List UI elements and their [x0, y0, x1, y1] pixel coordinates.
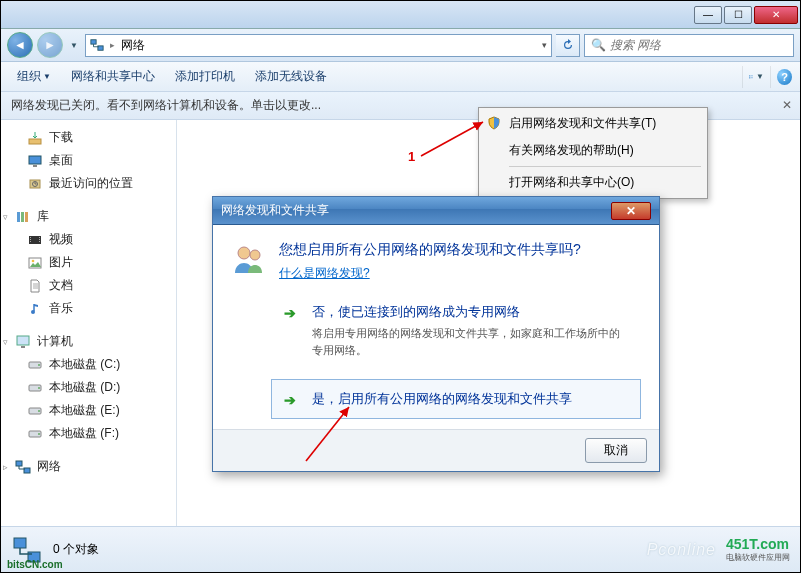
- maximize-button[interactable]: ☐: [724, 6, 752, 24]
- downloads-icon: [27, 130, 43, 146]
- sidebar-item-desktop[interactable]: 桌面: [1, 149, 176, 172]
- ctx-enable-discovery[interactable]: 启用网络发现和文件共享(T): [481, 110, 705, 137]
- sidebar-item-music[interactable]: 音乐: [1, 297, 176, 320]
- view-options-button[interactable]: ▼: [742, 66, 764, 88]
- option-yes-public[interactable]: ➔ 是，启用所有公用网络的网络发现和文件共享: [271, 379, 641, 419]
- arrow-icon: ➔: [284, 305, 296, 321]
- dialog-question: 您想启用所有公用网络的网络发现和文件共享吗?: [279, 241, 581, 259]
- svg-rect-19: [39, 239, 40, 240]
- videos-icon: [27, 232, 43, 248]
- info-bar-close[interactable]: ✕: [782, 98, 792, 112]
- back-button[interactable]: ◄: [7, 32, 33, 58]
- network-icon: [15, 459, 31, 475]
- svg-rect-7: [29, 156, 41, 164]
- svg-rect-3: [749, 77, 750, 78]
- nav-history-dropdown[interactable]: ▼: [67, 35, 81, 55]
- svg-rect-4: [751, 75, 753, 76]
- help-icon: ?: [777, 69, 792, 85]
- search-placeholder: 搜索 网络: [610, 37, 661, 54]
- address-bar[interactable]: ▸ 网络 ▾: [85, 34, 552, 57]
- sidebar-item-disk-c[interactable]: 本地磁盘 (C:): [1, 353, 176, 376]
- svg-point-33: [38, 433, 40, 435]
- status-bar: 0 个对象 Pconline 451T.com 电脑软硬件应用网: [1, 526, 800, 572]
- sidebar-item-downloads[interactable]: 下载: [1, 126, 176, 149]
- network-discovery-dialog: 网络发现和文件共享 ✕ 您想启用所有公用网络的网络发现和文件共享吗? 什么是网络…: [212, 196, 660, 472]
- command-toolbar: 组织▼ 网络和共享中心 添加打印机 添加无线设备 ▼ ?: [1, 62, 800, 92]
- disk-icon: [27, 380, 43, 396]
- svg-rect-8: [33, 165, 37, 167]
- expand-icon[interactable]: ▹: [3, 462, 8, 472]
- svg-point-39: [250, 250, 260, 260]
- recent-icon: [27, 176, 43, 192]
- sidebar-item-pictures[interactable]: 图片: [1, 251, 176, 274]
- sidebar-computer-header[interactable]: ▿ 计算机: [1, 330, 176, 353]
- organize-menu[interactable]: 组织▼: [9, 64, 59, 89]
- what-is-link[interactable]: 什么是网络发现?: [279, 265, 370, 282]
- add-wireless-button[interactable]: 添加无线设备: [247, 64, 335, 89]
- svg-point-31: [38, 410, 40, 412]
- svg-rect-15: [30, 237, 31, 238]
- option-desc: 将启用专用网络的网络发现和文件共享，如家庭和工作场所中的专用网络。: [312, 325, 628, 358]
- help-button[interactable]: ?: [770, 66, 792, 88]
- sidebar-item-disk-f[interactable]: 本地磁盘 (F:): [1, 422, 176, 445]
- svg-rect-34: [16, 461, 22, 466]
- minimize-button[interactable]: —: [694, 6, 722, 24]
- sidebar-libraries-header[interactable]: ▿ 库: [1, 205, 176, 228]
- svg-rect-2: [749, 75, 750, 76]
- sidebar-network-header[interactable]: ▹ 网络: [1, 455, 176, 478]
- forward-button[interactable]: ►: [37, 32, 63, 58]
- ctx-open-center[interactable]: 打开网络和共享中心(O): [481, 169, 705, 196]
- svg-rect-20: [39, 241, 40, 242]
- close-button[interactable]: ✕: [754, 6, 798, 24]
- svg-rect-17: [30, 241, 31, 242]
- watermark-corner: bitsCN.com: [7, 559, 63, 570]
- dialog-titlebar: 网络发现和文件共享 ✕: [213, 197, 659, 225]
- search-input[interactable]: 🔍 搜索 网络: [584, 34, 794, 57]
- sidebar-item-recent[interactable]: 最近访问的位置: [1, 172, 176, 195]
- computer-icon: [15, 334, 31, 350]
- disk-icon: [27, 357, 43, 373]
- search-icon: 🔍: [591, 38, 606, 52]
- svg-rect-13: [25, 212, 28, 222]
- svg-point-23: [31, 310, 35, 314]
- watermark-pconline: Pconline: [647, 541, 716, 559]
- libraries-icon: [15, 209, 31, 225]
- music-icon: [27, 301, 43, 317]
- breadcrumb-location: 网络: [121, 37, 145, 54]
- option-no-private[interactable]: ➔ 否，使已连接到的网络成为专用网络 将启用专用网络的网络发现和文件共享，如家庭…: [271, 292, 641, 369]
- svg-point-22: [32, 259, 35, 262]
- svg-rect-16: [30, 239, 31, 240]
- network-sharing-center-button[interactable]: 网络和共享中心: [63, 64, 163, 89]
- dialog-close-button[interactable]: ✕: [611, 202, 651, 220]
- sidebar-item-documents[interactable]: 文档: [1, 274, 176, 297]
- collapse-icon[interactable]: ▿: [3, 212, 8, 222]
- collapse-icon[interactable]: ▿: [3, 337, 8, 347]
- svg-point-29: [38, 387, 40, 389]
- ctx-help[interactable]: 有关网络发现的帮助(H): [481, 137, 705, 164]
- svg-point-38: [238, 247, 250, 259]
- arrow-icon: ➔: [284, 392, 296, 408]
- sidebar-item-disk-d[interactable]: 本地磁盘 (D:): [1, 376, 176, 399]
- breadcrumb-dropdown-icon[interactable]: ▾: [542, 40, 547, 50]
- refresh-button[interactable]: [556, 34, 580, 57]
- navigation-pane: 下载 桌面 最近访问的位置 ▿ 库 视频 图片 文档 音乐: [1, 120, 177, 526]
- breadcrumb-sep: ▸: [110, 40, 115, 50]
- svg-rect-6: [29, 139, 41, 144]
- svg-rect-12: [21, 212, 24, 222]
- add-printer-button[interactable]: 添加打印机: [167, 64, 243, 89]
- svg-rect-11: [17, 212, 20, 222]
- shield-icon: [487, 116, 503, 132]
- desktop-icon: [27, 153, 43, 169]
- dialog-title: 网络发现和文件共享: [221, 202, 329, 219]
- svg-rect-36: [14, 538, 26, 548]
- context-menu: 启用网络发现和文件共享(T) 有关网络发现的帮助(H) 打开网络和共享中心(O): [478, 107, 708, 199]
- sidebar-item-videos[interactable]: 视频: [1, 228, 176, 251]
- window-titlebar: — ☐ ✕: [1, 1, 800, 29]
- disk-icon: [27, 426, 43, 442]
- menu-separator: [509, 166, 701, 167]
- users-icon: [231, 241, 267, 277]
- annotation-1: 1: [408, 149, 415, 164]
- navigation-bar: ◄ ► ▼ ▸ 网络 ▾ 🔍 搜索 网络: [1, 29, 800, 62]
- sidebar-item-disk-e[interactable]: 本地磁盘 (E:): [1, 399, 176, 422]
- cancel-button[interactable]: 取消: [585, 438, 647, 463]
